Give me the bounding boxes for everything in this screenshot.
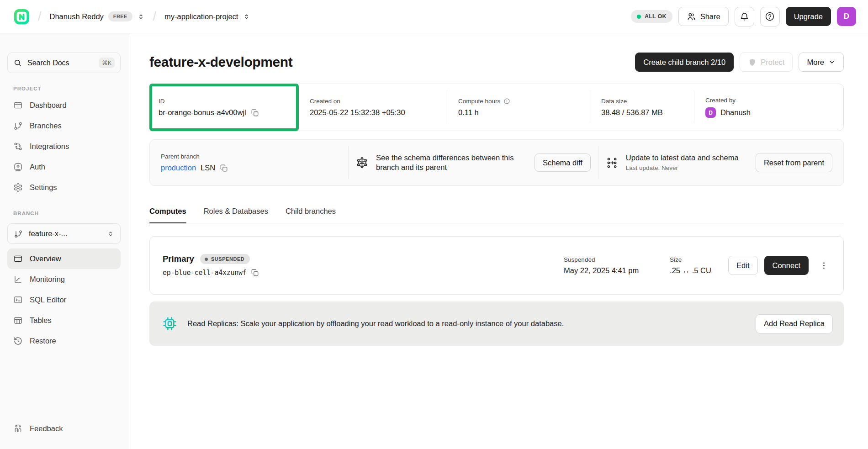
sidebar-item-integrations[interactable]: Integrations <box>7 136 121 157</box>
sidebar-item-label: Branches <box>30 121 62 130</box>
notifications-button[interactable] <box>735 7 754 26</box>
sql-editor-icon <box>13 295 23 305</box>
org-name: Dhanush Reddy <box>50 12 104 21</box>
neon-logo-icon[interactable] <box>14 9 30 25</box>
share-label: Share <box>700 12 720 21</box>
schema-diff-button[interactable]: Schema diff <box>535 153 591 172</box>
sidebar-item-dashboard[interactable]: Dashboard <box>7 95 121 116</box>
search-docs-input[interactable]: Search Docs ⌘K <box>7 53 121 73</box>
cpu-chip-icon <box>162 316 177 331</box>
copy-icon[interactable] <box>251 269 259 277</box>
data-size-cell: Data size 38.48 / 536.87 MB <box>590 84 694 131</box>
edit-compute-button[interactable]: Edit <box>728 256 757 275</box>
parent-branch-card: Parent branch production LSN See the sch… <box>149 139 844 186</box>
org-switcher[interactable]: Dhanush Reddy FREE <box>50 11 145 21</box>
created-on-value: 2025-05-22 15:32:38 +05:30 <box>310 108 405 117</box>
sidebar-item-label: Overview <box>30 254 61 263</box>
reset-from-parent-button[interactable]: Reset from parent <box>756 153 832 172</box>
status-dot-icon <box>637 15 641 19</box>
copy-icon[interactable] <box>220 164 228 172</box>
shield-icon <box>748 58 757 67</box>
size-stat-value: .25 ↔ .5 CU <box>670 266 711 275</box>
add-read-replica-button[interactable]: Add Read Replica <box>756 314 833 333</box>
sidebar-item-label: Feedback <box>30 424 63 433</box>
last-update-text: Last update: Never <box>626 164 739 172</box>
status-label: ALL OK <box>645 13 667 20</box>
chevron-updown-icon <box>107 230 114 238</box>
sidebar-item-label: Dashboard <box>30 101 67 110</box>
create-child-branch-button[interactable]: Create child branch 2/10 <box>635 53 734 72</box>
sidebar-item-auth[interactable]: Auth <box>7 157 121 177</box>
info-icon[interactable] <box>503 98 510 105</box>
user-avatar[interactable]: D <box>837 7 856 26</box>
page-title: feature-x-development <box>149 54 292 70</box>
tab-roles-databases[interactable]: Roles & Databases <box>204 207 268 223</box>
search-shortcut: ⌘K <box>99 58 115 68</box>
project-section-label: PROJECT <box>13 86 121 91</box>
sidebar-item-overview[interactable]: Overview <box>7 248 121 269</box>
overview-icon <box>13 254 23 264</box>
help-circle-icon <box>765 11 775 21</box>
sidebar-item-label: Tables <box>30 316 52 325</box>
sidebar-item-settings[interactable]: Settings <box>7 177 121 198</box>
branch-selector[interactable]: feature-x-... <box>7 223 121 244</box>
data-size-value: 38.48 / 536.87 MB <box>601 108 663 117</box>
restore-history-icon <box>13 336 23 346</box>
monitoring-chart-icon <box>13 275 23 284</box>
top-bar: / Dhanush Reddy FREE / my-application-pr… <box>0 0 868 33</box>
help-button[interactable] <box>760 7 780 26</box>
sidebar-item-feedback[interactable]: Feedback <box>7 418 121 439</box>
parent-branch-link[interactable]: production <box>161 164 196 172</box>
created-by-cell: Created by D Dhanush <box>694 84 762 131</box>
update-description: Update to latest data and schema <box>626 153 739 163</box>
tab-bar: Computes Roles & Databases Child branche… <box>149 207 844 223</box>
breadcrumb: / Dhanush Reddy FREE / my-application-pr… <box>14 9 250 25</box>
compute-hours-label: Compute hours <box>458 98 500 105</box>
suspended-stat: Suspended May 22, 2025 4:41 pm <box>564 256 670 275</box>
breadcrumb-divider: / <box>153 10 157 24</box>
sidebar-item-monitoring[interactable]: Monitoring <box>7 269 121 290</box>
read-replica-description: Read Replicas: Scale your application by… <box>187 319 564 328</box>
sidebar-item-label: Auth <box>30 163 45 171</box>
copy-icon[interactable] <box>251 109 259 117</box>
compute-hours-value: 0.11 h <box>458 108 479 117</box>
sidebar-item-restore[interactable]: Restore <box>7 331 121 351</box>
tab-child-branches[interactable]: Child branches <box>286 207 336 223</box>
sidebar-item-label: Monitoring <box>30 275 65 284</box>
compute-name: Primary <box>163 254 194 264</box>
sidebar: Search Docs ⌘K PROJECT Dashboard Branche… <box>0 33 128 449</box>
plan-badge: FREE <box>108 11 132 21</box>
created-on-label: Created on <box>310 98 436 105</box>
git-branch-icon <box>14 229 23 238</box>
tab-computes[interactable]: Computes <box>149 207 186 223</box>
branch-id-cell-highlighted: ID br-orange-bonus-a4v00wjl <box>149 84 299 131</box>
read-replica-banner: Read Replicas: Scale your application by… <box>149 301 844 346</box>
sidebar-item-label: Integrations <box>30 142 69 151</box>
parent-branch-label: Parent branch <box>161 153 337 160</box>
connect-button[interactable]: Connect <box>764 256 809 275</box>
share-button[interactable]: Share <box>678 7 729 26</box>
sidebar-item-tables[interactable]: Tables <box>7 310 121 331</box>
sidebar-item-sql-editor[interactable]: SQL Editor <box>7 290 121 310</box>
suspended-badge-label: SUSPENDED <box>211 256 244 262</box>
suspended-dot-icon <box>205 258 208 261</box>
compute-hours-cell: Compute hours 0.11 h <box>447 84 590 131</box>
chevron-updown-icon <box>243 13 250 21</box>
suspended-badge: SUSPENDED <box>200 254 250 264</box>
endpoint-id: ep-blue-cell-a4xzunwf <box>163 269 246 277</box>
kebab-menu-icon[interactable] <box>815 256 832 275</box>
status-badge[interactable]: ALL OK <box>631 10 672 23</box>
integrations-icon <box>13 142 23 151</box>
parent-branch-cell: Parent branch production LSN <box>150 140 348 185</box>
sidebar-item-branches[interactable]: Branches <box>7 116 121 136</box>
more-button[interactable]: More <box>799 53 844 72</box>
branch-id-value: br-orange-bonus-a4v00wjl <box>159 108 246 117</box>
branch-info-card: ID br-orange-bonus-a4v00wjl Created on 2… <box>149 84 844 131</box>
chevron-down-icon <box>828 58 836 66</box>
created-by-value: Dhanush <box>720 108 751 117</box>
project-switcher[interactable]: my-application-project <box>164 12 250 21</box>
upgrade-button[interactable]: Upgrade <box>786 7 831 26</box>
suspended-stat-value: May 22, 2025 4:41 pm <box>564 266 639 275</box>
sidebar-item-label: Settings <box>30 183 57 192</box>
protect-label: Protect <box>761 58 784 67</box>
